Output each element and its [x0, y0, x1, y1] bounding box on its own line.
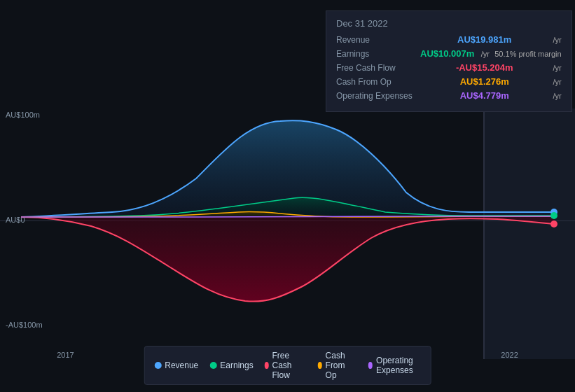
- tooltip-unit-revenue: /yr: [553, 36, 561, 44]
- tooltip-value-fcf: -AU$15.204m: [456, 62, 513, 73]
- tooltip-box: Dec 31 2022 Revenue AU$19.981m /yr Earni…: [326, 10, 572, 112]
- tooltip-profit-margin: 50.1% profit margin: [494, 50, 561, 58]
- legend-label-revenue: Revenue: [165, 360, 198, 370]
- tooltip-row-opex: Operating Expenses AU$4.779m /yr: [336, 90, 562, 101]
- chart-container: Dec 31 2022 Revenue AU$19.981m /yr Earni…: [0, 0, 575, 392]
- chart-svg: [0, 108, 575, 326]
- x-label-2022: 2022: [501, 351, 518, 359]
- tooltip-value-cfo: AU$1.276m: [460, 76, 509, 87]
- legend-item-earnings[interactable]: Earnings: [209, 351, 253, 380]
- fcf-dot: [550, 220, 557, 227]
- tooltip-row-fcf: Free Cash Flow -AU$15.204m /yr: [336, 62, 562, 73]
- tooltip-value-opex: AU$4.779m: [460, 90, 509, 101]
- legend-dot-revenue: [154, 362, 161, 369]
- legend: Revenue Earnings Free Cash Flow Cash Fro…: [144, 346, 431, 385]
- tooltip-label-fcf: Free Cash Flow: [336, 63, 420, 73]
- tooltip-value-earnings: AU$10.007m: [420, 48, 474, 59]
- tooltip-unit-earnings: /yr: [481, 50, 490, 58]
- earnings-dot: [550, 212, 557, 219]
- tooltip-label-cfo: Cash From Op: [336, 77, 420, 87]
- tooltip-unit-opex: /yr: [553, 92, 561, 100]
- legend-dot-fcf: [265, 362, 269, 369]
- legend-item-opex[interactable]: Operating Expenses: [368, 351, 421, 380]
- legend-label-earnings: Earnings: [220, 360, 253, 370]
- legend-label-cfo: Cash From Op: [326, 351, 358, 380]
- tooltip-label-revenue: Revenue: [336, 35, 420, 45]
- tooltip-row-cfo: Cash From Op AU$1.276m /yr: [336, 76, 562, 87]
- legend-label-fcf: Free Cash Flow: [272, 351, 306, 380]
- tooltip-unit-cfo: /yr: [553, 78, 561, 86]
- tooltip-row-revenue: Revenue AU$19.981m /yr: [336, 34, 562, 45]
- legend-dot-earnings: [209, 362, 216, 369]
- legend-dot-cfo: [318, 362, 322, 369]
- legend-item-cfo[interactable]: Cash From Op: [318, 351, 357, 380]
- legend-item-revenue[interactable]: Revenue: [154, 351, 198, 380]
- tooltip-unit-fcf: /yr: [553, 64, 561, 72]
- tooltip-row-earnings: Earnings AU$10.007m /yr 50.1% profit mar…: [336, 48, 562, 59]
- tooltip-label-earnings: Earnings: [336, 49, 420, 59]
- x-label-2017: 2017: [57, 351, 74, 359]
- legend-dot-opex: [368, 362, 373, 369]
- tooltip-title: Dec 31 2022: [336, 18, 562, 29]
- legend-item-fcf[interactable]: Free Cash Flow: [265, 351, 307, 380]
- tooltip-label-opex: Operating Expenses: [336, 91, 420, 101]
- tooltip-value-revenue: AU$19.981m: [457, 34, 511, 45]
- legend-label-opex: Operating Expenses: [376, 356, 421, 375]
